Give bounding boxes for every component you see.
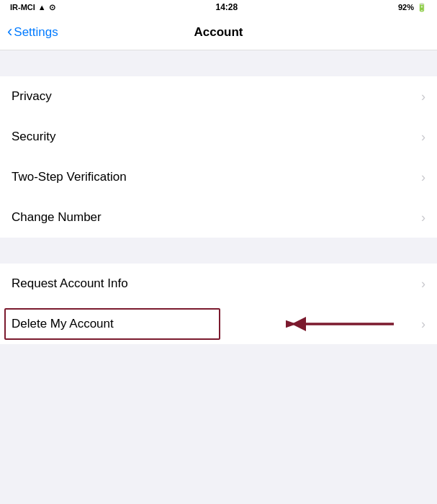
carrier-text: IR-MCI <box>10 3 35 12</box>
sidebar-item-security[interactable]: Security › <box>0 117 437 157</box>
privacy-label: Privacy <box>12 89 52 104</box>
change-number-label: Change Number <box>12 210 102 225</box>
svg-marker-2 <box>292 317 306 331</box>
status-time: 14:28 <box>215 2 238 12</box>
delete-account-label: Delete My Account <box>12 317 114 331</box>
list-group-1: Privacy › Security › Two-Step Verificati… <box>0 76 437 238</box>
chevron-right-icon: › <box>421 317 425 332</box>
list-group-2: Request Account Info › Delete My Account… <box>0 264 437 344</box>
arrow-annotation <box>286 308 401 340</box>
chevron-right-icon: › <box>421 276 425 292</box>
battery-percent: 92% <box>398 3 414 12</box>
signal-icon: ▲ <box>38 3 46 12</box>
nav-bar: ‹ Settings Account <box>0 14 437 50</box>
section-gap-middle <box>0 238 437 264</box>
security-label: Security <box>12 130 55 144</box>
status-left: IR-MCI ▲ ⊙ <box>10 3 55 12</box>
sidebar-item-two-step[interactable]: Two-Step Verification › <box>0 157 437 197</box>
chevron-right-icon: › <box>421 170 425 185</box>
status-bar: IR-MCI ▲ ⊙ 14:28 92% 🔋 <box>0 0 437 14</box>
two-step-label: Two-Step Verification <box>12 170 127 184</box>
section-gap-bottom <box>0 344 437 370</box>
arrow-icon <box>286 308 401 340</box>
section-gap-top <box>0 50 437 76</box>
sidebar-item-delete-account[interactable]: Delete My Account › <box>0 304 437 344</box>
status-right: 92% 🔋 <box>398 3 427 12</box>
request-info-label: Request Account Info <box>12 276 128 291</box>
chevron-right-icon: › <box>421 130 425 145</box>
chevron-right-icon: › <box>421 210 425 225</box>
sidebar-item-privacy[interactable]: Privacy › <box>0 76 437 117</box>
back-chevron-icon: ‹ <box>7 24 12 40</box>
chevron-right-icon: › <box>421 89 425 104</box>
back-button[interactable]: ‹ Settings <box>7 24 58 40</box>
back-label[interactable]: Settings <box>14 25 58 40</box>
wifi-icon: ⊙ <box>49 3 55 12</box>
sidebar-item-request-info[interactable]: Request Account Info › <box>0 264 437 304</box>
page-title: Account <box>194 25 243 40</box>
sidebar-item-change-number[interactable]: Change Number › <box>0 197 437 238</box>
battery-icon: 🔋 <box>417 3 427 12</box>
